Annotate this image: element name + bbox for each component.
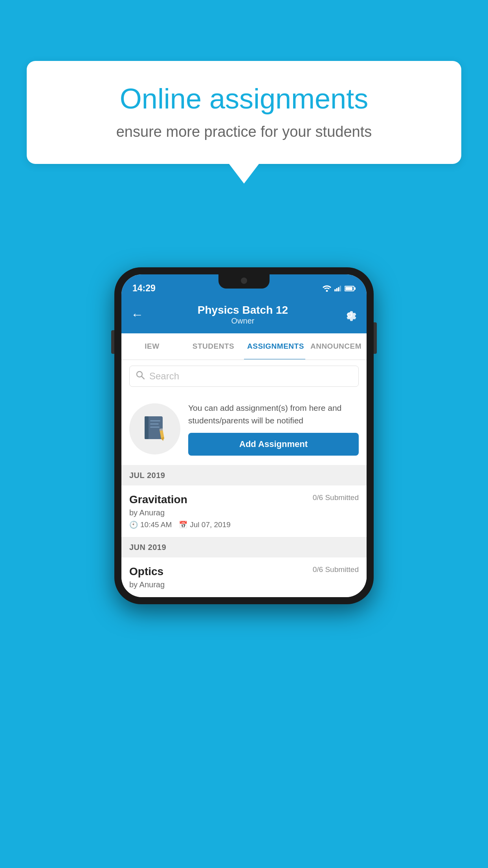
battery-icon — [345, 285, 356, 292]
tab-iew[interactable]: IEW — [121, 333, 183, 359]
svg-rect-4 — [340, 285, 341, 291]
status-icons — [323, 285, 356, 292]
status-time: 14:29 — [132, 283, 156, 294]
assignment-name-optics: Optics — [129, 565, 163, 578]
search-placeholder: Search — [149, 371, 179, 382]
tabs-bar: IEW STUDENTS ASSIGNMENTS ANNOUNCEM — [121, 333, 367, 360]
svg-rect-3 — [338, 287, 339, 291]
assignment-icon-circle — [129, 403, 180, 454]
svg-rect-2 — [336, 288, 338, 291]
assignment-date-value: Jul 07, 2019 — [190, 520, 231, 529]
search-icon — [136, 371, 145, 382]
speech-bubble-container: Online assignments ensure more practice … — [27, 61, 461, 184]
svg-rect-14 — [150, 427, 160, 428]
header-subtitle: Owner — [143, 316, 342, 326]
svg-rect-1 — [334, 289, 336, 291]
search-container: Search — [121, 360, 367, 392]
speech-bubble-arrow — [229, 164, 259, 184]
section-header-jul: JUL 2019 — [121, 465, 367, 485]
tab-announcements[interactable]: ANNOUNCEM — [305, 333, 367, 359]
header-title: Physics Batch 12 — [143, 304, 342, 316]
assignment-by-optics: by Anurag — [129, 580, 359, 589]
speech-bubble-subtitle: ensure more practice for your students — [52, 123, 436, 140]
clock-icon: 🕙 — [129, 520, 138, 529]
signal-icon — [334, 285, 341, 292]
phone-screen: 14:29 — [121, 274, 367, 597]
header-center: Physics Batch 12 Owner — [143, 304, 342, 326]
svg-rect-7 — [354, 287, 356, 290]
assignment-name-gravitation: Gravitation — [129, 493, 187, 506]
tab-students[interactable]: STUDENTS — [183, 333, 244, 359]
app-header: ← Physics Batch 12 Owner — [121, 298, 367, 333]
assignment-date-gravitation: 📅 Jul 07, 2019 — [179, 520, 231, 529]
back-button[interactable]: ← — [131, 307, 143, 322]
assignment-item-optics[interactable]: Optics 0/6 Submitted by Anurag — [121, 557, 367, 597]
add-assignment-section: You can add assignment(s) from here and … — [121, 392, 367, 465]
assignment-item-gravitation[interactable]: Gravitation 0/6 Submitted by Anurag 🕙 10… — [121, 485, 367, 537]
svg-line-9 — [142, 377, 145, 379]
svg-rect-12 — [150, 420, 160, 421]
notebook-icon — [141, 415, 168, 443]
phone-outer: 14:29 — [114, 267, 374, 604]
svg-rect-11 — [145, 416, 149, 439]
phone-container: 14:29 — [114, 267, 374, 604]
assignment-meta-gravitation: 🕙 10:45 AM 📅 Jul 07, 2019 — [129, 520, 359, 529]
search-box[interactable]: Search — [129, 366, 359, 387]
svg-point-0 — [326, 290, 328, 292]
svg-rect-13 — [150, 423, 159, 425]
settings-icon[interactable] — [342, 307, 357, 322]
speech-bubble: Online assignments ensure more practice … — [27, 61, 461, 164]
tab-assignments[interactable]: ASSIGNMENTS — [244, 333, 305, 359]
section-header-jun: JUN 2019 — [121, 537, 367, 557]
add-assignment-button[interactable]: Add Assignment — [188, 433, 359, 456]
assignment-time-gravitation: 🕙 10:45 AM — [129, 520, 172, 529]
assignment-info: You can add assignment(s) from here and … — [188, 402, 359, 456]
calendar-icon: 📅 — [179, 520, 187, 529]
assignment-time-value: 10:45 AM — [140, 520, 172, 529]
assignment-info-text: You can add assignment(s) from here and … — [188, 402, 359, 427]
assignment-submitted-gravitation: 0/6 Submitted — [313, 493, 359, 502]
wifi-icon — [323, 285, 331, 292]
speech-bubble-title: Online assignments — [52, 83, 436, 115]
assignment-item-header: Gravitation 0/6 Submitted — [129, 493, 359, 506]
phone-notch — [218, 274, 270, 289]
phone-camera — [241, 278, 247, 284]
assignment-by-gravitation: by Anurag — [129, 508, 359, 517]
assignment-submitted-optics: 0/6 Submitted — [313, 565, 359, 574]
svg-rect-6 — [345, 287, 352, 290]
